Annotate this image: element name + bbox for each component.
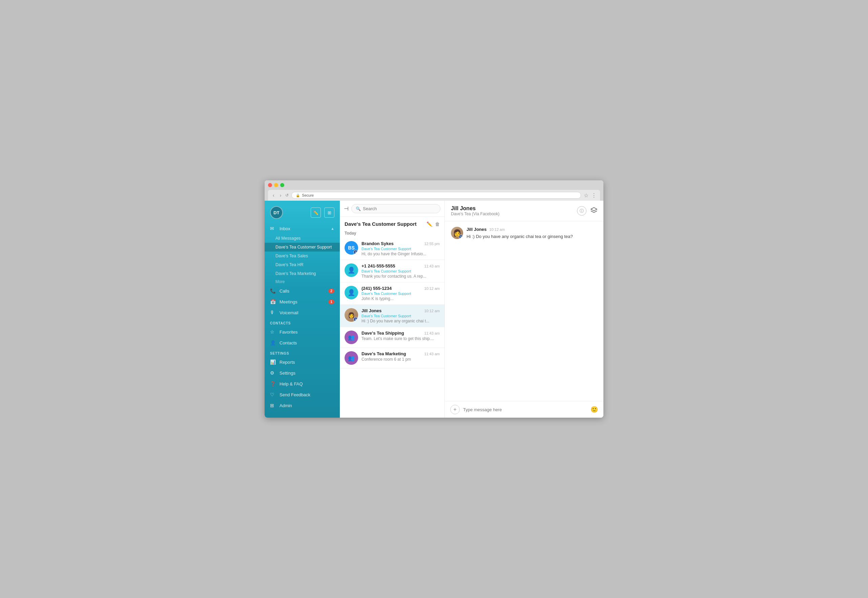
plus-icon: + (453, 407, 456, 413)
browser-window: ‹ › ↺ 🔒 Secure ☆ ⋮ DT ✏️ ⊞ (265, 180, 603, 418)
delete-inbox-button[interactable]: 🗑 (435, 221, 440, 227)
sidebar-item-meetings[interactable]: 📅 Meetings 1 (265, 296, 340, 307)
conv-preview: Thank you for contacting us. A rep... (361, 274, 440, 279)
calls-label: Calls (279, 289, 328, 294)
edit-inbox-button[interactable]: ✏️ (427, 221, 432, 227)
back-button[interactable]: ‹ (271, 192, 276, 199)
sidebar-item-all-messages[interactable]: All Messages (265, 234, 340, 243)
conv-content-marketing: Dave's Tea Marketing 11:43 am Conference… (361, 351, 440, 362)
settings-label: Settings (279, 371, 334, 375)
layers-icon[interactable] (591, 207, 597, 215)
search-bar[interactable]: 🔍 (351, 204, 440, 213)
conv-preview: Team. Let's make sure to get this ship..… (361, 336, 440, 341)
address-bar[interactable]: 🔒 Secure (291, 192, 581, 199)
sidebar-item-voicemail[interactable]: 🎙 Voicemail (265, 307, 340, 318)
conv-avatar-phone1: 👤 (345, 263, 358, 277)
conv-time: 12:55 pm (424, 242, 440, 246)
conv-preview: Conference room 6 at 1 pm (361, 357, 440, 362)
conv-avatar-icon: 👤 (347, 289, 355, 296)
chat-panel: Jill Jones Dave's Tea (Via Facebook) ⓘ � (445, 201, 603, 418)
facebook-badge-jill: f (353, 317, 358, 322)
conversation-list: BS f Brandon Sykes 12:55 pm Dave's Tea C… (340, 238, 444, 418)
sidebar-item-dts-sales[interactable]: Dave's Tea Sales (265, 251, 340, 260)
conv-avatar-brandon: BS f (345, 241, 358, 254)
conv-channel: Dave's Tea Customer Support (361, 292, 440, 296)
chat-header: Jill Jones Dave's Tea (Via Facebook) ⓘ (445, 201, 603, 221)
dts-sales-label: Dave's Tea Sales (276, 254, 308, 258)
reports-label: Reports (279, 360, 334, 365)
conv-time: 11:43 am (424, 352, 440, 356)
conversation-item-jill-jones[interactable]: 👩 f Jill Jones 10:12 am Dave's Tea Custo… (340, 305, 444, 327)
emoji-button[interactable]: 🙂 (591, 406, 598, 413)
browser-menu-icon[interactable]: ⋮ (591, 192, 597, 199)
conv-content-phone1: +1 241-555-5555 11:43 am Dave's Tea Cust… (361, 263, 440, 279)
conv-top: Dave's Tea Shipping 11:43 am (361, 330, 440, 336)
date-label: Today (340, 230, 444, 238)
sidebar-more-button[interactable]: More (265, 278, 340, 286)
secure-icon: 🔒 (296, 194, 300, 197)
sidebar: DT ✏️ ⊞ ✉ Inbox ▲ All Messages (265, 201, 340, 418)
feedback-icon: ♡ (270, 392, 276, 397)
chat-input[interactable] (463, 407, 587, 412)
sidebar-item-calls[interactable]: 📞 Calls 2 (265, 286, 340, 296)
close-button[interactable] (268, 183, 272, 187)
sidebar-item-dts-hr[interactable]: Dave's Tea HR (265, 260, 340, 269)
message-text: Hi :) Do you have any organic chai tea o… (467, 233, 597, 240)
sidebar-item-feedback[interactable]: ♡ Send Feedback (265, 389, 340, 400)
contacts-section-label: CONTACTS (265, 318, 340, 326)
bookmark-icon[interactable]: ☆ (584, 192, 589, 199)
inbox-title-bar: Dave's Tea Customer Support ✏️ 🗑 (340, 217, 444, 230)
minimize-button[interactable] (274, 183, 278, 187)
sidebar-item-admin[interactable]: ⊞ Admin (265, 400, 340, 411)
conv-time: 11:43 am (424, 331, 440, 335)
compose-button[interactable]: ✏️ (311, 208, 321, 218)
conv-channel: Dave's Tea Customer Support (361, 314, 440, 318)
sidebar-item-favorites[interactable]: ☆ Favorites (265, 326, 340, 337)
conv-time: 11:43 am (424, 264, 440, 268)
voicemail-icon: 🎙 (270, 310, 276, 315)
info-button[interactable]: ⓘ (577, 206, 586, 215)
conv-preview: Hi :) Do you have any organic chai t... (361, 318, 440, 323)
dts-hr-label: Dave's Tea HR (276, 262, 304, 267)
search-input[interactable] (363, 206, 436, 211)
help-label: Help & FAQ (279, 381, 334, 386)
dts-marketing-label: Dave's Tea Marketing (276, 271, 316, 276)
sidebar-item-help[interactable]: ❓ Help & FAQ (265, 378, 340, 389)
conversation-item-dts-marketing[interactable]: 👥 Dave's Tea Marketing 11:43 am Conferen… (340, 348, 444, 368)
sidebar-item-inbox[interactable]: ✉ Inbox ▲ (265, 223, 340, 234)
maximize-button[interactable] (280, 183, 284, 187)
compose-icon: ✏️ (313, 210, 318, 215)
conv-content-jill: Jill Jones 10:12 am Dave's Tea Customer … (361, 308, 440, 323)
conversation-item-brandon-sykes[interactable]: BS f Brandon Sykes 12:55 pm Dave's Tea C… (340, 238, 444, 260)
calls-icon: 📞 (270, 288, 276, 294)
settings-section-label: SETTINGS (265, 348, 340, 357)
sidebar-item-settings[interactable]: ⚙ Settings (265, 368, 340, 378)
conversation-item-phone1[interactable]: 👤 +1 241-555-5555 11:43 am Dave's Tea Cu… (340, 260, 444, 283)
sidebar-item-reports[interactable]: 📊 Reports (265, 357, 340, 368)
sidebar-item-dts-marketing[interactable]: Dave's Tea Marketing (265, 269, 340, 278)
conv-avatar-shipping: 👥 (345, 330, 358, 344)
chat-messages: 👩 f Jill Jones 10:12 am Hi :) Do you hav… (445, 221, 603, 401)
message-time: 10:12 am (489, 227, 505, 232)
conversation-item-phone2[interactable]: 👤 (241) 555-1234 10:12 am Dave's Tea Cus… (340, 283, 444, 305)
conversation-item-dts-shipping[interactable]: 👥 Dave's Tea Shipping 11:43 am Team. Let… (340, 327, 444, 348)
forward-button[interactable]: › (279, 192, 283, 199)
refresh-button[interactable]: ↺ (285, 193, 289, 197)
info-icon: ⓘ (580, 208, 584, 214)
grid-button[interactable]: ⊞ (324, 208, 334, 218)
avatar: DT (270, 206, 283, 219)
favorites-icon: ☆ (270, 329, 276, 335)
panel-back-icon[interactable]: ⊣ (344, 205, 349, 212)
all-messages-label: All Messages (276, 236, 301, 241)
grid-icon: ⊞ (328, 210, 331, 215)
calls-badge: 2 (328, 289, 334, 293)
chat-contact-info: Jill Jones Dave's Tea (Via Facebook) (451, 205, 573, 216)
address-text: Secure (302, 193, 314, 197)
conv-avatar-icon: 👤 (347, 266, 355, 274)
sidebar-item-contacts[interactable]: 👤 Contacts (265, 337, 340, 348)
sidebar-item-dts-customer-support[interactable]: Dave's Tea Customer Support (265, 243, 340, 251)
add-attachment-button[interactable]: + (450, 405, 460, 414)
conv-top: Brandon Sykes 12:55 pm (361, 241, 440, 246)
settings-icon: ⚙ (270, 370, 276, 375)
admin-icon: ⊞ (270, 403, 276, 408)
